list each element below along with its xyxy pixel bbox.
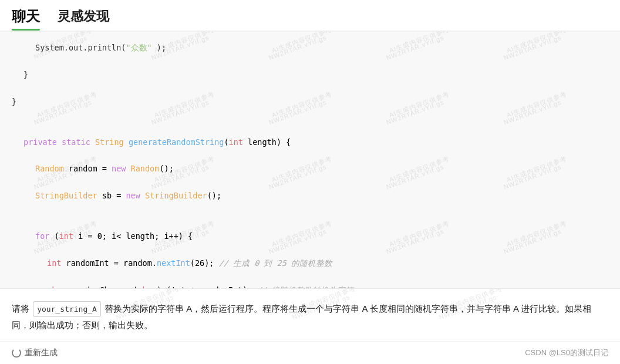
inspire-title[interactable]: 灵感发现 [58,8,109,25]
regenerate-button[interactable]: 重新生成 [12,348,58,358]
app-container: 聊天 灵感发现 AI生成内容仅供参考 NW2RTAR.vYif.gs AI生成内… [0,0,620,364]
desc-code-span: your_string_A [33,301,101,317]
regenerate-label: 重新生成 [25,348,58,358]
description-section: AI生成内容仅供参考 NW2RTAR.vYif.gs AI生成内容仅供参考 NW… [0,289,620,341]
description-text: 请将 your_string_A 替换为实际的字符串 A，然后运行程序。程序将生… [12,301,608,333]
footer: 重新生成 CSDN @LS0的测试日记 [0,341,620,364]
code-section: AI生成内容仅供参考 NW2RTAR.vYif.gs AI生成内容仅供参考 NW… [0,32,620,289]
header: 聊天 灵感发现 [0,0,620,32]
desc-prefix: 请将 [12,304,29,314]
chat-title[interactable]: 聊天 [12,7,40,26]
chat-underline [12,29,40,31]
regenerate-icon [12,348,21,358]
attribution-text: CSDN @LS0的测试日记 [525,348,608,358]
code-content: System.out.println("众数" ); } } private s… [12,41,608,289]
